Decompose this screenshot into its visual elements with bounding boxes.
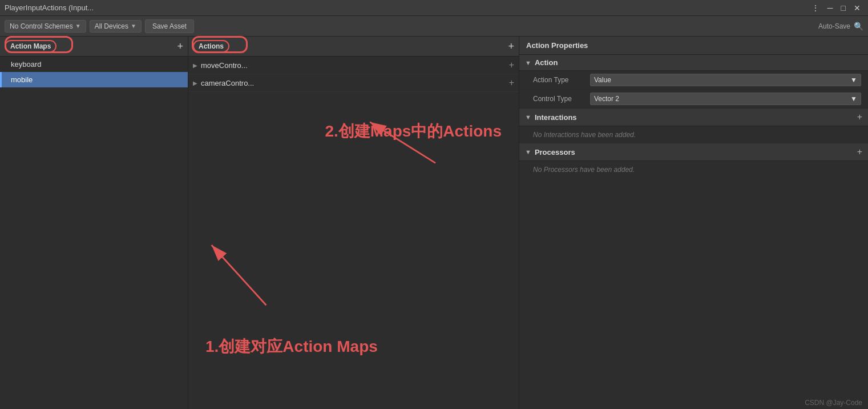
action-item-movecontro[interactable]: ▶ moveContro... + (188, 57, 519, 74)
search-button[interactable]: 🔍 (854, 22, 863, 31)
action-maps-header: Action Maps + (0, 37, 188, 57)
expand-arrow-icon-2: ▶ (193, 80, 197, 86)
title-text: PlayerInputActions (Input... (5, 3, 94, 12)
save-asset-button[interactable]: Save Asset (145, 19, 194, 33)
action-maps-title: Action Maps (5, 40, 56, 53)
all-devices-dropdown[interactable]: All Devices ▼ (90, 20, 142, 33)
interactions-section-header[interactable]: ▼ Interactions + (519, 109, 868, 126)
maximize-btn[interactable]: □ (838, 2, 849, 14)
action-type-row: Action Type Value ▼ (519, 71, 868, 90)
action-movecontro-add-btn[interactable]: + (509, 60, 514, 70)
annotation-text-2: 2.创建Maps中的Actions (325, 121, 502, 142)
properties-title: Action Properties (519, 37, 868, 55)
close-btn[interactable]: ✕ (851, 2, 863, 14)
processors-empty-text: No Processors have been added. (519, 161, 868, 178)
action-type-label: Action Type (533, 76, 590, 84)
footer-credit: CSDN @Jay-Code (805, 399, 862, 407)
control-type-chevron-icon: ▼ (850, 95, 857, 103)
add-action-button[interactable]: + (508, 41, 514, 51)
title-bar: PlayerInputActions (Input... ⋮ ─ □ ✕ (0, 0, 868, 16)
main-content: Action Maps + keyboard mobile Actions + … (0, 37, 868, 409)
toolbar: No Control Schemes ▼ All Devices ▼ Save … (0, 16, 868, 37)
annotation-area: 1.创建对应Action Maps 2.创建Maps中的Actions (188, 92, 519, 409)
chevron-down-icon: ▼ (75, 23, 81, 29)
processors-section-title: Processors (535, 148, 575, 157)
action-section-arrow-icon: ▼ (525, 59, 531, 66)
action-cameracontro-label: cameraContro... (201, 79, 509, 87)
add-interaction-button[interactable]: + (857, 112, 862, 122)
action-map-item-keyboard[interactable]: keyboard (0, 57, 188, 72)
interactions-arrow-icon: ▼ (525, 114, 531, 121)
toolbar-right: Auto-Save 🔍 (818, 22, 863, 31)
actions-title: Actions (193, 40, 229, 53)
more-options-btn[interactable]: ⋮ (809, 2, 822, 14)
action-map-keyboard-label: keyboard (11, 60, 41, 69)
action-section-title: Action (535, 58, 558, 67)
control-type-label: Control Type (533, 95, 590, 103)
action-movecontro-label: moveContro... (201, 61, 509, 70)
annotation-text-1: 1.创建对应Action Maps (205, 336, 378, 358)
add-action-map-button[interactable]: + (177, 41, 183, 51)
title-controls: ⋮ ─ □ ✕ (809, 2, 863, 14)
control-type-value: Vector 2 (594, 95, 619, 103)
action-map-item-mobile[interactable]: mobile (0, 72, 188, 87)
auto-save-label: Auto-Save (818, 22, 850, 30)
svg-line-2 (212, 245, 267, 305)
processors-section-header[interactable]: ▼ Processors + (519, 143, 868, 161)
title-bar-left: PlayerInputActions (Input... (5, 3, 94, 12)
actions-header: Actions + (188, 37, 519, 57)
action-type-chevron-icon: ▼ (850, 76, 857, 84)
devices-label: All Devices (95, 22, 128, 30)
action-type-value: Value (594, 76, 611, 84)
no-control-schemes-label: No Control Schemes (10, 22, 73, 30)
action-map-mobile-label: mobile (11, 75, 33, 84)
control-type-select[interactable]: Vector 2 ▼ (590, 93, 861, 105)
interactions-section-title: Interactions (535, 113, 577, 122)
expand-arrow-icon: ▶ (193, 62, 197, 69)
add-processor-button[interactable]: + (857, 147, 862, 157)
actions-panel: Actions + ▶ moveContro... + ▶ cameraCont… (188, 37, 519, 409)
properties-panel: Action Properties ▼ Action Action Type V… (519, 37, 868, 409)
interactions-empty-text: No Interactions have been added. (519, 126, 868, 143)
chevron-down-icon-2: ▼ (131, 23, 136, 29)
action-type-select[interactable]: Value ▼ (590, 74, 861, 86)
action-item-cameracontro[interactable]: ▶ cameraContro... + (188, 74, 519, 92)
action-section-header[interactable]: ▼ Action (519, 55, 868, 71)
control-type-row: Control Type Vector 2 ▼ (519, 90, 868, 109)
action-cameracontro-add-btn[interactable]: + (509, 78, 514, 88)
action-maps-panel: Action Maps + keyboard mobile (0, 37, 188, 409)
processors-arrow-icon: ▼ (525, 149, 531, 155)
no-control-schemes-dropdown[interactable]: No Control Schemes ▼ (5, 20, 86, 33)
minimize-btn[interactable]: ─ (825, 2, 836, 14)
